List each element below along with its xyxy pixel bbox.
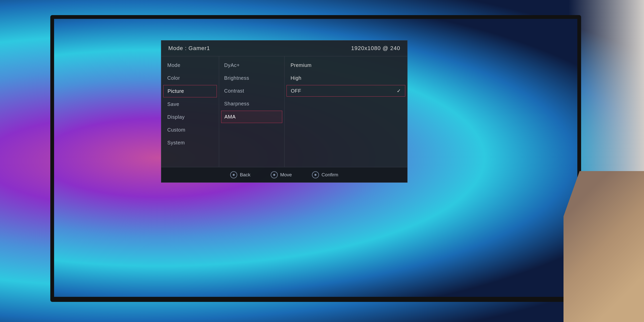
move-icon: [271, 171, 278, 178]
middle-item-ama[interactable]: AMA: [221, 111, 282, 123]
right-item-high: High: [285, 72, 407, 85]
nav-item-system[interactable]: System: [161, 136, 219, 149]
footer-back[interactable]: Back: [230, 171, 250, 178]
mode-title: Mode : Gamer1: [168, 45, 210, 52]
nav-item-mode[interactable]: Mode: [161, 59, 219, 72]
osd-header: Mode : Gamer1 1920x1080 @ 240: [161, 41, 407, 56]
right-item-premium: Premium: [285, 59, 407, 72]
osd-menu: Mode : Gamer1 1920x1080 @ 240 Mode Color…: [161, 40, 408, 183]
nav-item-save[interactable]: Save: [161, 98, 219, 111]
footer-confirm[interactable]: Confirm: [312, 171, 338, 178]
osd-right: Premium High OFF ✓: [285, 56, 407, 167]
checkmark-icon: ✓: [397, 88, 401, 94]
middle-item-brightness[interactable]: Brightness: [219, 72, 284, 85]
confirm-icon: [312, 171, 319, 178]
osd-nav: Mode Color Picture Save Display Custom S…: [161, 56, 219, 167]
resolution-display: 1920x1080 @ 240: [351, 45, 400, 52]
middle-item-sharpness[interactable]: Sharpness: [219, 97, 284, 110]
move-label: Move: [280, 172, 292, 178]
hand: [564, 171, 644, 322]
footer-move[interactable]: Move: [271, 171, 292, 178]
nav-item-custom[interactable]: Custom: [161, 124, 219, 136]
nav-item-display[interactable]: Display: [161, 111, 219, 124]
off-label: OFF: [291, 88, 301, 94]
back-label: Back: [240, 172, 250, 178]
osd-content: Mode Color Picture Save Display Custom S…: [161, 56, 407, 167]
nav-item-color[interactable]: Color: [161, 72, 219, 85]
right-item-off[interactable]: OFF ✓: [287, 85, 405, 97]
middle-item-dyac[interactable]: DyAc+: [219, 59, 284, 72]
confirm-label: Confirm: [321, 172, 338, 178]
back-icon: [230, 171, 237, 178]
middle-item-contrast[interactable]: Contrast: [219, 85, 284, 97]
osd-middle: DyAc+ Brightness Contrast Sharpness AMA: [219, 56, 285, 167]
osd-footer: Back Move Confirm: [161, 167, 407, 182]
nav-item-picture[interactable]: Picture: [163, 85, 217, 97]
